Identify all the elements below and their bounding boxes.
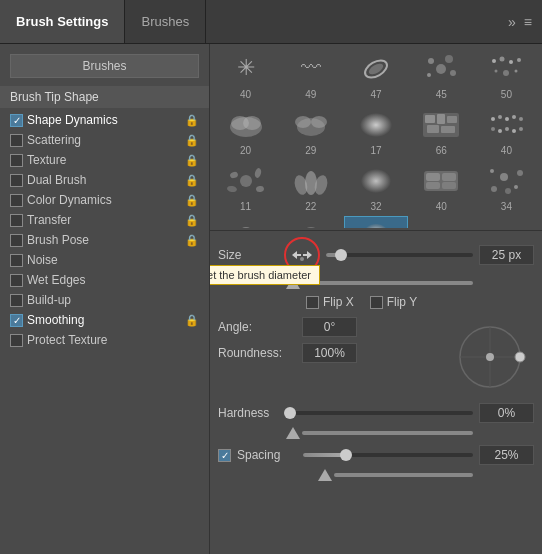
flip-x-item[interactable]: Flip X <box>306 295 354 309</box>
brush-item-soft2-32[interactable]: 32 <box>344 160 407 214</box>
tab-brushes[interactable]: Brushes <box>125 0 206 43</box>
brush-item-scatter-45[interactable]: 45 <box>410 48 473 102</box>
brush-item-wave-49[interactable]: 〰 49 <box>279 48 342 102</box>
noise-checkbox[interactable] <box>10 254 23 267</box>
brush-tip-shape-title[interactable]: Brush Tip Shape <box>0 86 209 108</box>
brush-item-dots-50[interactable]: 50 <box>475 48 538 102</box>
transfer-label: Transfer <box>27 213 181 227</box>
smoothing-checkbox[interactable]: ✓ <box>10 314 23 327</box>
shape-dynamics-checkbox[interactable]: ✓ <box>10 114 23 127</box>
size-triangle-track[interactable] <box>302 281 473 285</box>
size-cursor-icon[interactable] <box>284 237 320 273</box>
svg-point-20 <box>295 116 311 128</box>
brush-item-rough2-40[interactable]: 40 <box>410 160 473 214</box>
brush-item-cloud-20[interactable]: 20 <box>214 104 277 158</box>
brush-item-cloud3-44[interactable]: 44 <box>214 216 277 228</box>
brush-item-dots2-40[interactable]: 40 <box>475 104 538 158</box>
svg-point-66 <box>304 227 318 228</box>
svg-point-43 <box>255 185 264 192</box>
brush-item-star-40[interactable]: ✳ 40 <box>214 48 277 102</box>
brush-preview-soft2 <box>354 162 398 200</box>
svg-rect-49 <box>426 173 440 181</box>
svg-point-30 <box>498 115 502 119</box>
sidebar-item-build-up[interactable]: Build-up <box>0 290 209 310</box>
scattering-checkbox[interactable] <box>10 134 23 147</box>
brush-item-circle-25[interactable]: 25 <box>344 216 407 228</box>
sidebar-item-protect-texture[interactable]: Protect Texture <box>0 330 209 350</box>
color-dynamics-label: Color Dynamics <box>27 193 181 207</box>
scattering-label: Scattering <box>27 133 181 147</box>
sidebar: Brushes Brush Tip Shape ✓ Shape Dynamics… <box>0 44 210 554</box>
sidebar-item-dual-brush[interactable]: Dual Brush 🔒 <box>0 170 209 190</box>
spacing-triangle-track[interactable] <box>334 473 473 477</box>
roundness-value[interactable]: 100% <box>302 343 357 363</box>
brush-pose-label: Brush Pose <box>27 233 181 247</box>
spacing-value[interactable]: 25% <box>479 445 534 465</box>
tab-brush-settings[interactable]: Brush Settings <box>0 0 125 43</box>
brush-item-scatter2-34[interactable]: 34 <box>475 160 538 214</box>
flip-y-label: Flip Y <box>387 295 417 309</box>
svg-point-6 <box>436 64 446 74</box>
size-value[interactable]: 25 px <box>479 245 534 265</box>
angle-dial[interactable] <box>446 317 534 397</box>
brush-grid-scroll[interactable]: ✳ 40 〰 49 47 <box>214 48 538 228</box>
size-slider[interactable] <box>326 253 473 257</box>
sidebar-item-shape-dynamics[interactable]: ✓ Shape Dynamics 🔒 <box>0 110 209 130</box>
spacing-slider[interactable] <box>303 453 473 457</box>
double-arrow-icon[interactable]: » <box>508 14 516 30</box>
header-icons: » ≡ <box>498 14 542 30</box>
brush-item-soft-17[interactable]: 17 <box>344 104 407 158</box>
svg-point-21 <box>311 116 327 128</box>
flip-y-item[interactable]: Flip Y <box>370 295 417 309</box>
hardness-triangle-thumb[interactable] <box>286 427 300 439</box>
spacing-checkbox[interactable]: ✓ <box>218 449 231 462</box>
brushes-button[interactable]: Brushes <box>10 54 199 78</box>
flip-y-checkbox[interactable] <box>370 296 383 309</box>
brush-item-cloud2-29[interactable]: 29 <box>279 104 342 158</box>
svg-point-13 <box>495 70 498 73</box>
texture-checkbox[interactable] <box>10 154 23 167</box>
brush-item-splash-11[interactable]: 11 <box>214 160 277 214</box>
brush-preview-cloud3 <box>224 218 268 228</box>
angle-row: Angle: 0° <box>218 317 438 337</box>
brush-item-grass-22[interactable]: 22 <box>279 160 342 214</box>
sidebar-item-texture[interactable]: Texture 🔒 <box>0 150 209 170</box>
sidebar-item-color-dynamics[interactable]: Color Dynamics 🔒 <box>0 190 209 210</box>
dual-brush-checkbox[interactable] <box>10 174 23 187</box>
spacing-triangle-thumb[interactable] <box>318 469 332 481</box>
sidebar-item-brush-pose[interactable]: Brush Pose 🔒 <box>0 230 209 250</box>
brush-preview-cloud2 <box>289 106 333 144</box>
svg-point-67 <box>362 224 390 228</box>
wet-edges-checkbox[interactable] <box>10 274 23 287</box>
svg-rect-25 <box>437 114 445 124</box>
brush-preview-empty1 <box>419 218 463 228</box>
brush-item-rough-66[interactable]: 66 <box>410 104 473 158</box>
angle-value[interactable]: 0° <box>302 317 357 337</box>
texture-lock-icon: 🔒 <box>185 154 199 167</box>
brush-item-leaf-47[interactable]: 47 <box>344 48 407 102</box>
sidebar-item-transfer[interactable]: Transfer 🔒 <box>0 210 209 230</box>
hardness-triangle-track[interactable] <box>302 431 473 435</box>
brush-preview-cloud4 <box>289 218 333 228</box>
sidebar-item-smoothing[interactable]: ✓ Smoothing 🔒 <box>0 310 209 330</box>
menu-icon[interactable]: ≡ <box>524 14 532 30</box>
color-dynamics-checkbox[interactable] <box>10 194 23 207</box>
sidebar-item-wet-edges[interactable]: Wet Edges <box>0 270 209 290</box>
hardness-slider[interactable] <box>284 411 473 415</box>
svg-point-39 <box>240 175 252 187</box>
sidebar-item-scattering[interactable]: Scattering 🔒 <box>0 130 209 150</box>
svg-point-9 <box>492 59 496 63</box>
brush-preview-soft <box>354 106 398 144</box>
brush-pose-checkbox[interactable] <box>10 234 23 247</box>
shape-dynamics-lock-icon: 🔒 <box>185 114 199 127</box>
transfer-checkbox[interactable] <box>10 214 23 227</box>
svg-point-56 <box>491 186 497 192</box>
size-triangle-thumb[interactable] <box>286 277 300 289</box>
brush-item-cloud4-63[interactable]: 63 <box>279 216 342 228</box>
protect-texture-checkbox[interactable] <box>10 334 23 347</box>
build-up-checkbox[interactable] <box>10 294 23 307</box>
sidebar-item-noise[interactable]: Noise <box>0 250 209 270</box>
hardness-value[interactable]: 0% <box>479 403 534 423</box>
svg-point-15 <box>515 70 518 73</box>
flip-x-checkbox[interactable] <box>306 296 319 309</box>
